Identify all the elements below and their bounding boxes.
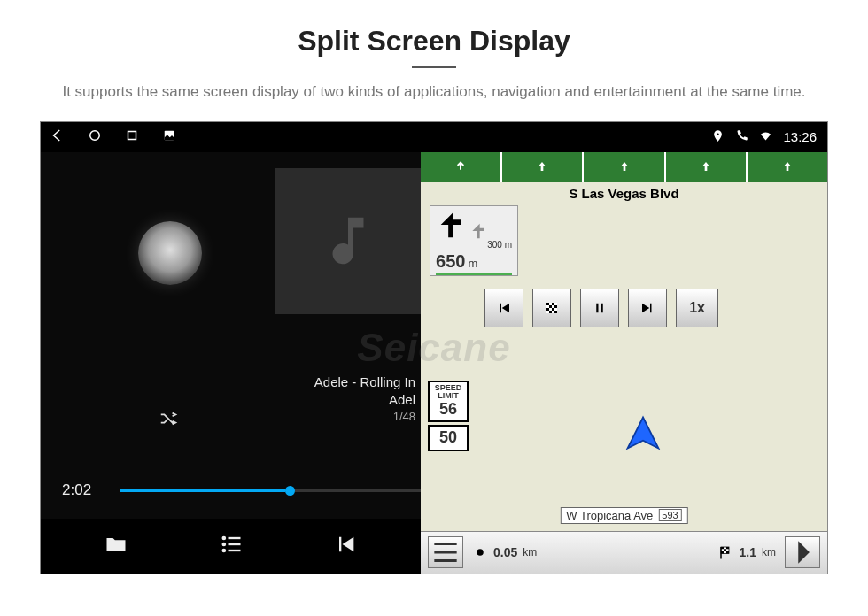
road-label-giles: Giles St (775, 302, 810, 312)
shuffle-icon (156, 409, 181, 428)
maneuver-progress (436, 273, 512, 275)
road-label-vegas: Vegas Blvd (424, 315, 473, 326)
recents-icon[interactable] (124, 127, 140, 147)
skip-previous-icon (333, 532, 358, 557)
chevron-right-icon (786, 535, 819, 569)
svg-rect-7 (546, 303, 549, 305)
back-icon[interactable] (50, 127, 66, 147)
svg-rect-10 (554, 305, 557, 308)
destination-flag-icon (718, 544, 734, 560)
road-label-koval: Koval Ln (571, 218, 609, 228)
maneuver-panel: 300 m 650 m (430, 205, 518, 276)
nav-menu-button[interactable] (428, 536, 463, 568)
svg-point-0 (90, 130, 100, 140)
music-bottom-bar (41, 519, 421, 574)
home-icon[interactable] (87, 127, 103, 147)
turn-left-icon (436, 210, 466, 240)
music-note-icon (317, 210, 379, 272)
svg-rect-12 (552, 308, 554, 311)
svg-rect-16 (601, 303, 603, 312)
browse-folder-button[interactable] (104, 532, 128, 560)
sim-pause-button[interactable] (580, 289, 619, 327)
vehicle-position-marker (624, 414, 662, 455)
sim-media-controls: 1x (484, 289, 718, 327)
split-screen-device: Adele - Rolling In Adel 1/48 2:02 (40, 121, 828, 574)
svg-point-17 (477, 549, 484, 556)
sim-next-button[interactable] (628, 289, 667, 327)
maneuver-distance-value: 650 (436, 251, 465, 272)
folder-icon (104, 532, 128, 557)
svg-rect-8 (552, 303, 554, 305)
current-street-panel: W Tropicana Ave 593 (560, 507, 687, 524)
trip-distance-unit: km (523, 546, 537, 558)
lane-3 (584, 152, 665, 182)
svg-rect-23 (726, 551, 729, 554)
landmark-pyramid (731, 342, 773, 375)
clock: 13:26 (783, 129, 817, 144)
svg-point-5 (222, 549, 224, 551)
svg-rect-1 (128, 131, 136, 139)
track-count: 1/48 (314, 409, 415, 425)
road-label-luxor: Luxor Dr (678, 377, 715, 388)
current-speed: 50 (428, 425, 469, 451)
second-turn-distance: 300 m (436, 240, 512, 250)
location-icon (711, 129, 725, 145)
svg-rect-24 (720, 547, 722, 559)
road-label-duke: Duke Ellington Way (669, 234, 754, 244)
svg-rect-14 (554, 311, 557, 313)
road-label-reno: E Reno Ave (782, 317, 793, 368)
wifi-icon (759, 129, 772, 145)
jog-dial[interactable] (138, 221, 202, 285)
track-title-line2: Adel (314, 391, 415, 409)
playlist-button[interactable] (219, 532, 244, 560)
shuffle-button[interactable] (156, 409, 181, 432)
list-icon (219, 532, 244, 557)
speed-limit-label2: LIMIT (430, 392, 467, 400)
current-street-number: 593 (658, 509, 681, 521)
landmark-tower (793, 280, 807, 322)
interstate-shield: 15 (483, 421, 502, 441)
android-navbar (41, 122, 421, 152)
sim-prev-button[interactable] (484, 289, 523, 327)
progress-bar[interactable] (120, 489, 421, 492)
sim-stop-button[interactable] (532, 289, 571, 327)
svg-rect-13 (549, 311, 552, 313)
trip-distance: 0.05 km (472, 544, 537, 560)
trip-distance-value: 0.05 (493, 545, 517, 559)
track-title-line1: Adele - Rolling In (314, 373, 415, 391)
nav-expand-button[interactable] (785, 536, 820, 568)
turn-right-icon (469, 222, 487, 240)
remaining-distance-unit: km (762, 546, 776, 558)
music-app-pane: Adele - Rolling In Adel 1/48 2:02 (41, 122, 421, 574)
navigation-app-pane: 13:26 S Las Vegas Blvd (421, 122, 827, 574)
track-info: Adele - Rolling In Adel 1/48 (314, 373, 415, 425)
progress-thumb[interactable] (285, 486, 295, 496)
page-subtitle: It supports the same screen display of t… (0, 81, 868, 121)
svg-rect-20 (726, 547, 729, 549)
svg-point-3 (222, 536, 224, 538)
speed-limit-sign: SPEED LIMIT 56 (428, 381, 469, 422)
progress-fill (120, 489, 285, 492)
lane-guidance-bar (421, 152, 827, 182)
remaining-distance: 1.1 km (718, 544, 776, 560)
svg-rect-21 (724, 549, 726, 551)
lane-2 (502, 152, 584, 182)
music-body: Adele - Rolling In Adel 1/48 2:02 (41, 152, 421, 519)
sim-speed-button[interactable]: 1x (676, 289, 718, 327)
svg-rect-9 (549, 305, 552, 308)
skip-next-icon (639, 300, 655, 316)
elapsed-time: 2:02 (62, 481, 91, 499)
nav-footer: 0.05 km 1.1 km (421, 531, 827, 574)
notification-picture-icon[interactable] (161, 127, 177, 147)
menu-icon (429, 535, 462, 569)
lane-1 (421, 152, 502, 182)
current-street-name: W Tropicana Ave (566, 509, 653, 522)
svg-rect-11 (546, 308, 549, 311)
speed-limit-value: 56 (430, 400, 467, 419)
svg-rect-15 (596, 303, 598, 312)
previous-track-button[interactable] (333, 532, 358, 560)
title-divider (412, 66, 456, 68)
lane-5 (748, 152, 827, 182)
lane-4 (666, 152, 748, 182)
phone-icon (735, 129, 748, 145)
